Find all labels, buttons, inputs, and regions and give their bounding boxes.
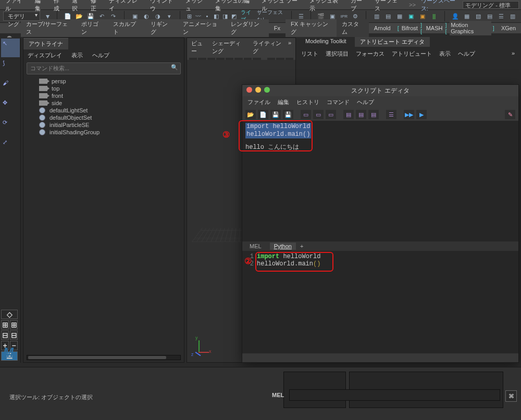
ae-menu-attr[interactable]: アトリビュート — [392, 50, 432, 58]
outliner-search-input[interactable]: コマンド検索... 🔍 — [27, 62, 181, 74]
shelf-tab-mash[interactable]: MASH — [425, 24, 444, 32]
outliner-tab[interactable]: アウトライナ — [23, 38, 68, 49]
toolkit-2-icon[interactable]: ▧ — [473, 11, 483, 21]
select-tool-button[interactable]: ↖ — [1, 39, 20, 57]
viewport-menu-lighting[interactable]: ライティング — [253, 40, 282, 55]
shelf-tab-fx[interactable]: Fx — [269, 24, 286, 32]
close-icon[interactable] — [246, 87, 252, 93]
ae-menu-list[interactable]: リスト — [301, 50, 318, 58]
toolkit-3-icon[interactable]: ▤ — [485, 11, 495, 21]
script-editor-titlebar[interactable]: スクリプト エディタ — [242, 85, 518, 96]
panel-layout-4-icon[interactable]: ▣ — [406, 11, 416, 21]
module-dropdown[interactable]: モデリング — [3, 11, 40, 21]
minimize-icon[interactable] — [255, 87, 261, 93]
se-execute-all-icon[interactable]: ▶▶ — [404, 110, 414, 119]
script-input-pane[interactable]: 1import helloWorld 2helloWorld.main() — [242, 251, 518, 353]
ae-menu-more-icon[interactable]: » — [512, 50, 515, 58]
se-clear-input-icon[interactable]: ▭ — [313, 110, 324, 119]
outliner-item-objectset[interactable]: defaultObjectSet — [27, 114, 181, 121]
layout-grid-d-icon[interactable]: ⊟ — [10, 330, 18, 340]
outliner-item-top[interactable]: top — [27, 85, 181, 92]
shelf-tab-fxcache[interactable]: FX キャッシング — [286, 19, 337, 37]
se-both-icon[interactable]: ▤ — [368, 110, 379, 119]
layout-grid-a-icon[interactable]: ⊞ — [1, 320, 9, 329]
shelf-tab-xgen[interactable]: XGen — [496, 24, 521, 32]
shelf-tab-rigging[interactable]: リギング — [145, 19, 178, 37]
script-editor-button[interactable]: ⌘ — [505, 390, 517, 402]
tab-attribute-editor[interactable]: アトリビュート エディタ — [355, 37, 430, 47]
ae-menu-help[interactable]: ヘルプ — [458, 50, 475, 58]
se-menu-command[interactable]: コマンド — [327, 98, 350, 106]
tab-modeling-toolkit[interactable]: Modeling Toolkit — [300, 37, 352, 47]
move-tool-button[interactable]: ✥ — [1, 98, 20, 117]
ae-menu-focus[interactable]: フォーカス — [356, 50, 384, 58]
scale-tool-button[interactable]: ⤢ — [1, 137, 20, 156]
lasso-tool-button[interactable]: ⟆ — [1, 58, 20, 77]
se-clear-all-icon[interactable]: ▭ — [326, 110, 336, 119]
outliner-menu-help[interactable]: ヘルプ — [92, 52, 109, 59]
outliner-panel: アウトライナ ディスプレイ 表示 ヘルプ コマンド検索... 🔍 persp t… — [23, 37, 184, 363]
shelf-tab-bifrost[interactable]: Bifrost — [401, 24, 419, 32]
se-menu-file[interactable]: ファイル — [247, 98, 270, 106]
outliner-item-shadinggroup[interactable]: initialShadingGroup — [27, 129, 181, 136]
outliner-menu-show[interactable]: 表示 — [71, 52, 83, 59]
script-output-pane[interactable]: import helloWorld helloWorld.main() hell… — [242, 121, 518, 241]
se-menu-history[interactable]: ヒストリ — [296, 98, 319, 106]
script-editor-menus: ファイル 編集 ヒストリ コマンド ヘルプ — [242, 96, 518, 108]
shelf-tab-mograph[interactable]: Motion Graphics — [450, 21, 491, 35]
script-tab-python[interactable]: Python — [270, 243, 296, 250]
shelf-tab-custom[interactable]: カスタム — [337, 19, 369, 37]
panel-layout-6-icon[interactable]: || — [429, 11, 439, 21]
se-save-all-icon[interactable]: 💾 — [283, 110, 293, 119]
script-tab-add-icon[interactable]: + — [300, 243, 303, 249]
ae-menu-show[interactable]: 表示 — [439, 50, 451, 58]
se-history-icon[interactable]: ▤ — [343, 110, 354, 119]
shelf-tab-sculpt[interactable]: スカルプト — [108, 19, 145, 37]
outliner-item-persp[interactable]: persp — [27, 78, 181, 85]
viewport-menu-view[interactable]: ビュー — [191, 40, 206, 55]
se-menu-help[interactable]: ヘルプ — [357, 98, 374, 106]
se-menu-edit[interactable]: 編集 — [278, 98, 289, 106]
se-source-icon[interactable]: 📄 — [258, 110, 268, 119]
panel-layout-3-icon[interactable]: ▦ — [394, 11, 405, 21]
layout-single-icon[interactable]: ◇ — [1, 310, 18, 319]
se-wand-icon[interactable]: ✎ — [505, 110, 515, 119]
layout-grid-c-icon[interactable]: ⊟ — [1, 330, 9, 340]
toolkit-1-icon[interactable]: ▦ — [462, 11, 472, 21]
se-execute-icon[interactable]: ▶ — [416, 110, 427, 119]
se-open-icon[interactable]: 📂 — [245, 110, 256, 119]
panel-layout-2-icon[interactable]: ▤ — [383, 11, 393, 21]
panel-layout-1-icon[interactable]: ▥ — [371, 11, 382, 21]
toolkit-5-icon[interactable]: ▥ — [507, 11, 518, 21]
outliner-item-front[interactable]: front — [27, 92, 181, 99]
outliner-item-side[interactable]: side — [27, 99, 181, 107]
shelf-tab-curves[interactable]: カーブ/サーフェス — [21, 19, 76, 37]
ae-menu-selected[interactable]: 選択項目 — [326, 50, 349, 58]
maximize-icon[interactable] — [264, 87, 270, 93]
workspace-dropdown[interactable]: モデリング - 標準 — [463, 1, 519, 9]
outliner-scrollbar[interactable] — [27, 355, 181, 360]
shelf-tab-animation[interactable]: アニメーション — [178, 19, 226, 37]
se-input-icon[interactable]: ▤ — [356, 110, 366, 119]
outliner-item-particlese[interactable]: initialParticleSE — [27, 121, 181, 129]
command-line-input[interactable] — [289, 389, 500, 401]
shelf-tab-polygons[interactable]: ポリゴン — [76, 19, 108, 37]
panel-layout-5-icon[interactable]: ▣ — [417, 11, 428, 21]
toolkit-4-icon[interactable]: ☰ — [496, 11, 506, 21]
paint-tool-button[interactable]: 🖌 — [1, 78, 20, 97]
outliner-menu-display[interactable]: ディスプレイ — [28, 52, 62, 59]
layout-grid-b-icon[interactable]: ⊞ — [10, 320, 18, 329]
rotate-tool-button[interactable]: ⟳ — [1, 118, 20, 136]
se-clear-history-icon[interactable]: ▭ — [301, 110, 311, 119]
se-echo-icon[interactable]: ☰ — [386, 110, 396, 119]
viewport-menu-more-icon[interactable]: » — [288, 40, 291, 55]
viewport-menu-shading[interactable]: シェーディング — [212, 40, 246, 55]
shelf-tab-rendering[interactable]: レンダリング — [226, 19, 268, 37]
shelf-tab-arnold[interactable]: Arnold — [369, 24, 396, 32]
se-save-icon[interactable]: 💾 — [270, 110, 281, 119]
account-icon[interactable]: 👤 — [450, 11, 461, 21]
set-icon — [39, 107, 45, 113]
script-tab-mel[interactable]: MEL — [245, 243, 266, 250]
window-controls — [246, 87, 270, 93]
outliner-item-lightset[interactable]: defaultLightSet — [27, 107, 181, 114]
